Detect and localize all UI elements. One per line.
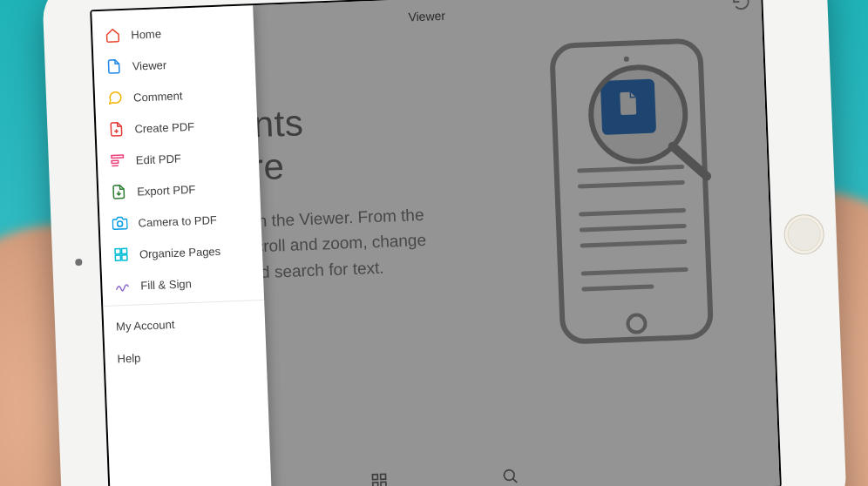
- svg-line-5: [581, 210, 684, 214]
- home-button[interactable]: [783, 213, 825, 255]
- svg-line-19: [513, 479, 517, 483]
- svg-rect-22: [112, 155, 124, 159]
- ipad-device: Read documents anywhere Documents open i…: [42, 0, 847, 486]
- undo-button[interactable]: [731, 0, 751, 13]
- svg-line-7: [582, 241, 685, 246]
- search-icon[interactable]: [501, 467, 519, 486]
- drawer-item-label: Fill & Sign: [140, 277, 192, 292]
- export-icon: [111, 184, 127, 200]
- drawer-item-fill-sign[interactable]: Fill & Sign: [102, 265, 264, 302]
- svg-rect-16: [373, 483, 378, 486]
- svg-rect-27: [121, 248, 126, 253]
- front-camera: [75, 259, 82, 266]
- sign-icon: [114, 278, 131, 294]
- svg-rect-26: [115, 249, 120, 254]
- drawer-item-label: Organize Pages: [139, 244, 221, 260]
- svg-rect-28: [115, 255, 120, 260]
- drawer-item-label: Edit PDF: [136, 152, 182, 166]
- svg-rect-15: [381, 474, 386, 479]
- home-icon: [105, 27, 121, 44]
- grid-icon[interactable]: [370, 472, 389, 486]
- svg-rect-17: [381, 482, 386, 486]
- svg-point-25: [118, 221, 123, 226]
- drawer-item-label: Comment: [133, 89, 183, 104]
- drawer-item-label: Export PDF: [137, 182, 196, 198]
- comment-icon: [107, 90, 124, 106]
- svg-line-8: [583, 269, 686, 273]
- svg-line-3: [580, 166, 682, 171]
- drawer-item-label: Camera to PDF: [138, 213, 217, 229]
- svg-rect-29: [122, 255, 127, 260]
- drawer-item-label: Viewer: [132, 58, 166, 73]
- drawer-item-label: Home: [131, 27, 161, 41]
- file-icon: [105, 58, 122, 75]
- organize-icon: [113, 246, 130, 263]
- svg-line-6: [581, 226, 684, 230]
- page-title: Viewer: [408, 9, 445, 24]
- side-drawer: Home Viewer Comment: [92, 5, 272, 486]
- create-icon: [108, 121, 125, 138]
- svg-rect-14: [372, 475, 377, 480]
- svg-point-1: [624, 57, 629, 62]
- drawer-item-label: Create PDF: [134, 119, 194, 135]
- svg-line-4: [580, 182, 682, 186]
- drawer-help[interactable]: Help: [105, 336, 267, 375]
- svg-line-9: [584, 287, 652, 289]
- app-screen: Read documents anywhere Documents open i…: [92, 0, 779, 486]
- edit-icon: [110, 152, 126, 169]
- camera-icon: [112, 215, 128, 232]
- onboarding-illustration: [512, 34, 750, 374]
- svg-rect-23: [112, 160, 119, 163]
- svg-point-2: [627, 314, 646, 333]
